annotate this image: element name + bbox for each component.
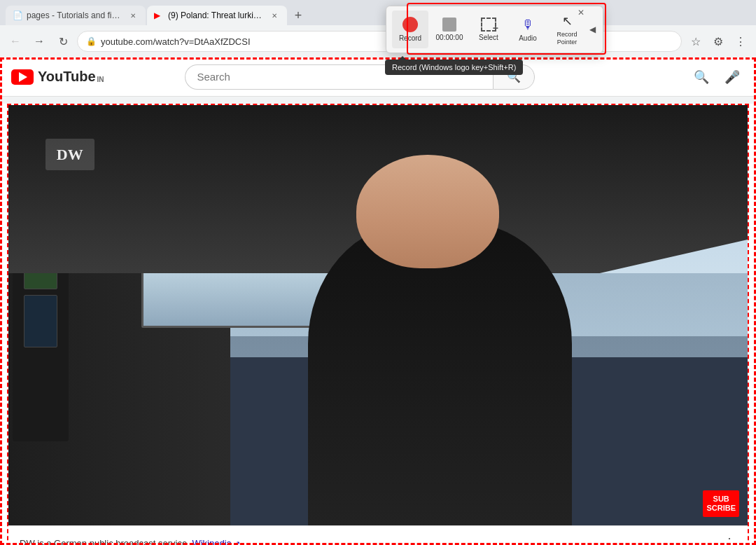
mic-icon: 🎙: [522, 18, 534, 32]
search-icon-btn[interactable]: 🔍: [689, 64, 714, 90]
video-container: DW SUB SCRIBE DW is a German public broa…: [7, 104, 749, 545]
stop-button[interactable]: 00:00:00: [431, 11, 468, 48]
more-options-button[interactable]: ⋮: [722, 534, 736, 545]
audio-button[interactable]: 🎙 Audio: [510, 11, 546, 48]
info-bar: DW is a German public broadcast service.…: [8, 525, 748, 545]
wikipedia-link[interactable]: Wikipedia: [192, 538, 231, 546]
pointer-icon: ↖: [562, 13, 573, 29]
youtube-logo-text: YouTube: [38, 69, 96, 85]
youtube-logo[interactable]: YouTube IN: [11, 69, 104, 85]
youtube-right-icons: 🔍 🎤: [689, 64, 745, 90]
record-icon: [402, 17, 418, 32]
youtube-search: 🔍: [185, 64, 535, 90]
record-pointer-button[interactable]: ↖ RecordPointer: [549, 11, 585, 48]
new-tab-button[interactable]: +: [288, 6, 308, 25]
tab-2-title: (9) Poland: Threat lurking in...: [168, 11, 265, 20]
tab-1-title: pages - Tutorials and fixe...: [27, 11, 123, 20]
select-area-button[interactable]: Select: [470, 11, 507, 48]
stop-icon: [442, 18, 456, 32]
subscribe-line2: SCRIBE: [706, 504, 736, 513]
video-scene: DW SUB SCRIBE: [8, 105, 748, 525]
toolbar-icons: ☆ ⚙ ⋮: [686, 32, 750, 51]
tab-1-favicon: 📄: [13, 11, 22, 20]
tab-2-favicon: ▶: [154, 11, 164, 20]
tab-1-close[interactable]: ✕: [127, 10, 139, 21]
captain-head: [356, 155, 498, 268]
record-pointer-label: RecordPointer: [556, 31, 577, 46]
tab-2-close[interactable]: ✕: [269, 10, 280, 21]
search-input[interactable]: [185, 64, 493, 90]
record-label: Record: [399, 34, 421, 42]
dw-logo-text: DW: [57, 146, 83, 164]
tab-2[interactable]: ▶ (9) Poland: Threat lurking in... ✕: [147, 6, 287, 25]
instrument-screen-2: [24, 295, 57, 347]
subscribe-button[interactable]: SUB SCRIBE: [703, 490, 739, 517]
extension-icon-3[interactable]: ⋮: [731, 32, 750, 51]
lock-icon: 🔒: [86, 36, 97, 46]
audio-label: Audio: [519, 34, 537, 42]
info-text: DW is a German public broadcast service.: [20, 538, 190, 546]
mic-icon-btn[interactable]: 🎤: [720, 64, 745, 90]
video-frame[interactable]: DW SUB SCRIBE: [8, 105, 748, 525]
captain-figure: [267, 147, 674, 525]
tab-1[interactable]: 📄 pages - Tutorials and fixe... ✕: [6, 6, 146, 25]
tab-bar: 📄 pages - Tutorials and fixe... ✕ ▶ (9) …: [0, 0, 756, 25]
youtube-logo-icon: [11, 69, 34, 85]
back-button[interactable]: ←: [6, 32, 25, 51]
main-area: DW SUB SCRIBE DW is a German public broa…: [0, 104, 756, 545]
external-link-icon: ↗: [234, 539, 240, 546]
select-label: Select: [479, 34, 498, 41]
captain-body: [308, 223, 573, 525]
info-text-container: DW is a German public broadcast service.…: [20, 538, 240, 546]
extension-icon-1[interactable]: ☆: [686, 32, 706, 51]
dw-logo: DW: [46, 139, 94, 170]
subscribe-line1: SUB: [706, 495, 736, 504]
browser-chrome: 📄 pages - Tutorials and fixe... ✕ ▶ (9) …: [0, 0, 756, 57]
url-text: youtube.com/watch?v=DtAaXfZDCSI: [101, 36, 251, 47]
recorder-toolbar: ✕ Record Record (Windows logo key+Shift+…: [386, 6, 603, 53]
youtube-logo-sub: IN: [97, 76, 104, 83]
select-icon: [481, 18, 496, 32]
timer-label: 00:00:00: [436, 34, 463, 41]
youtube-header: YouTube IN 🔍 🔍 🎤: [0, 57, 756, 97]
address-bar: ← → ↻ 🔒 youtube.com/watch?v=DtAaXfZDCSI …: [0, 25, 756, 57]
forward-button[interactable]: →: [29, 32, 49, 51]
search-button[interactable]: 🔍: [493, 64, 535, 90]
record-button[interactable]: Record Record (Windows logo key+Shift+R): [392, 11, 428, 48]
extension-icon-2[interactable]: ⚙: [708, 32, 728, 51]
recorder-expand-button[interactable]: ◀: [588, 23, 597, 36]
refresh-button[interactable]: ↻: [53, 32, 73, 51]
